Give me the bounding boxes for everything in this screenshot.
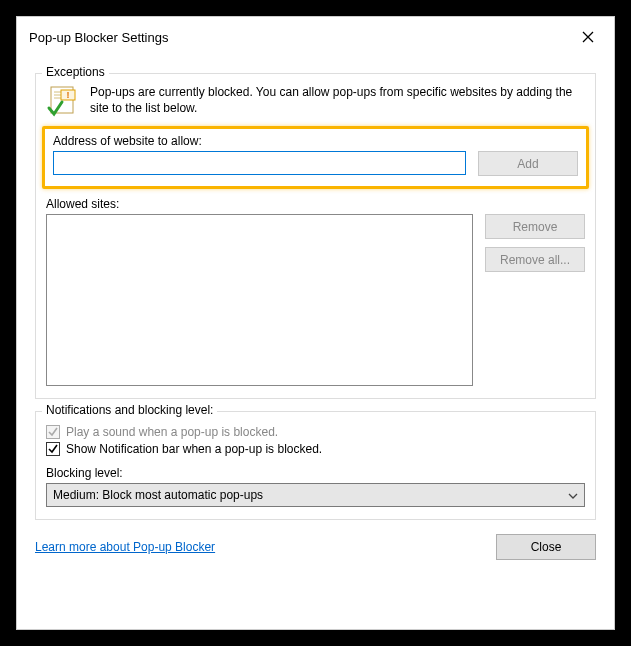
blocking-level-select[interactable]: Medium: Block most automatic pop-ups [46,483,585,507]
svg-text:!: ! [67,90,70,100]
address-highlight: Address of website to allow: Add [42,126,589,189]
show-notification-checkbox[interactable] [46,442,60,456]
footer: Learn more about Pop-up Blocker Close [35,534,596,560]
show-notification-label: Show Notification bar when a pop-up is b… [66,442,322,456]
chevron-down-icon [568,488,578,502]
show-notification-row[interactable]: Show Notification bar when a pop-up is b… [46,442,585,456]
allowed-sites-list[interactable] [46,214,473,386]
notifications-label: Notifications and blocking level: [42,403,217,417]
remove-button[interactable]: Remove [485,214,585,239]
exceptions-group: Exceptions ! Pop-ups are currently block… [35,73,596,399]
intro-row: ! Pop-ups are currently blocked. You can… [46,84,585,118]
blocking-level-label: Blocking level: [46,466,585,480]
intro-text: Pop-ups are currently blocked. You can a… [90,84,585,118]
dialog-title: Pop-up Blocker Settings [29,30,168,45]
notifications-group: Notifications and blocking level: Play a… [35,411,596,520]
popup-blocker-settings-dialog: Pop-up Blocker Settings Exceptions ! [16,16,615,630]
address-input[interactable] [53,151,466,175]
close-button[interactable]: Close [496,534,596,560]
close-icon[interactable] [574,25,602,49]
allowed-sites-label: Allowed sites: [46,197,585,211]
learn-more-link[interactable]: Learn more about Pop-up Blocker [35,540,215,554]
title-bar: Pop-up Blocker Settings [17,17,614,57]
popup-page-icon: ! [46,84,80,118]
add-button[interactable]: Add [478,151,578,176]
play-sound-checkbox [46,425,60,439]
blocking-level-value: Medium: Block most automatic pop-ups [53,488,263,502]
address-label: Address of website to allow: [53,134,578,148]
exceptions-label: Exceptions [42,65,109,79]
play-sound-label: Play a sound when a pop-up is blocked. [66,425,278,439]
remove-all-button[interactable]: Remove all... [485,247,585,272]
play-sound-row: Play a sound when a pop-up is blocked. [46,425,585,439]
